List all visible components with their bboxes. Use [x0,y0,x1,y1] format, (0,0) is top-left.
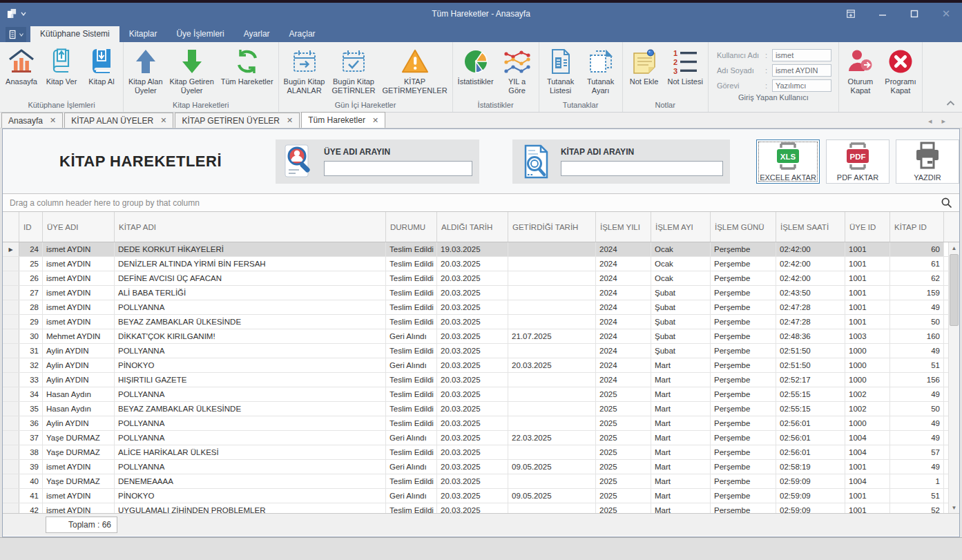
tab-scroll-arrows[interactable]: ◂▸ [928,117,955,126]
table-row[interactable]: 30Mehmet AYDINDİKKAT'ÇOK KIRILGANIM!Geri… [3,329,959,344]
list-menu-icon[interactable] [6,27,26,42]
ribbon-tab-araçlar[interactable]: Araçlar [280,26,325,42]
user-field-adı-soyadı: Adı Soyadı: [717,64,831,77]
user-field-input-adı-soyadı[interactable] [772,64,831,77]
column-header-üye-adi[interactable]: ÜYE ADI [43,212,115,242]
close-icon[interactable]: ✕ [930,3,962,24]
search-icon[interactable] [941,197,952,209]
table-row[interactable]: 32Aylin AYDINPİNOKYOGeri Alındı20.03.202… [3,358,959,373]
scroll-down-icon[interactable]: ▼ [949,502,959,513]
cell-i-şlem-saati: 02:48:36 [776,329,845,343]
popup-window-icon[interactable] [835,3,867,24]
close-tab-icon[interactable]: ✕ [50,116,56,125]
close-tab-icon[interactable]: ✕ [287,116,293,125]
doc-tab-anasayfa[interactable]: Anasayfa✕ [1,113,63,128]
cell-i-şlem-yili: 2025 [596,431,651,445]
table-row[interactable]: 29ismet AYDINBEYAZ ZAMBAKLAR ÜLKESİNDETe… [3,315,959,329]
doc-tab-ki-tap-alan-üyeler[interactable]: KİTAP ALAN ÜYELER✕ [64,113,173,128]
export-button-pdf-aktar[interactable]: PDFPDF AKTAR [826,139,889,184]
book-take-icon [88,48,115,75]
table-row[interactable]: ▶24ismet AYDINDEDE KORKUT HİKAYELERİTesl… [3,242,959,257]
ribbon-button-yil-a-göre[interactable]: YIL a Göre [497,44,537,97]
table-row[interactable]: 34Hasan AydınPOLLYANNATeslim Edildi20.03… [3,387,959,402]
scrollbar-thumb[interactable] [950,254,959,326]
ribbon-button-tutanak-listesi[interactable]: Tutanak Listesi [541,44,581,97]
column-header-i-şlem-günü[interactable]: İŞLEM GÜNÜ [711,212,776,242]
column-header-üye-id[interactable]: ÜYE ID [845,212,890,242]
cell-i-şlem-ayi: Mart [651,503,711,513]
ribbon-button-tüm-hareketler[interactable]: Tüm Hareketler [218,44,277,88]
table-row[interactable]: 35Hasan AydınBEYAZ ZAMBAKLAR ÜLKESİNDETe… [3,402,959,416]
minimize-icon[interactable] [867,3,898,24]
book-search-input[interactable] [561,161,723,176]
table-row[interactable]: 25ismet AYDINDENİZLER ALTINDA YİRMİ BİN … [3,257,959,271]
member-search-input[interactable] [324,161,472,176]
close-tab-icon[interactable]: ✕ [372,116,378,125]
cell-i-şlem-saati: 02:51:50 [776,358,845,372]
vertical-scrollbar[interactable]: ▲ ▼ [948,242,959,513]
ribbon-button-bugün-kitap-alanlar[interactable]: Bugün Kitap ALANLAR [280,44,329,97]
app-window-icon[interactable] [7,8,26,19]
chevron-up-icon[interactable] [946,100,955,106]
ribbon-tab-kitaplar[interactable]: Kitaplar [119,26,167,42]
column-header-durumu[interactable]: DURUMU [386,212,437,242]
ribbon-tab-ayarlar[interactable]: Ayarlar [234,26,280,42]
cell-i-şlem-yili: 2025 [596,402,651,416]
ribbon-button-ki-tap-geti-rmeyenler[interactable]: KİTAP GETİRMEYENLER [378,44,450,97]
ribbon-tab-üye-i-şlemleri[interactable]: Üye İşlemleri [166,26,233,42]
user-field-input-kullanıcı-adı[interactable] [772,49,831,61]
pdf-icon: PDF [843,142,873,171]
column-header-i-şlem-yili[interactable]: İŞLEM YILI [596,212,651,242]
ribbon-button-kitap-getiren-üyeler[interactable]: Kitap Getiren Üyeler [166,44,218,97]
ribbon-button-i-statistikler[interactable]: İstatistikler [454,44,497,88]
table-row[interactable]: 33Aylin AYDINHIŞIRTILI GAZETETeslim Edil… [3,373,959,387]
column-header-ki-tap-id[interactable]: KİTAP ID [890,212,944,242]
maximize-icon[interactable] [898,3,930,24]
cell-durumu: Teslim Edildi [386,503,437,513]
member-search-label: ÜYE ADI ARAYIN [324,147,472,157]
ribbon-button-bugün-kitap-geti-rnler[interactable]: Bugün Kitap GETİRNLER [328,44,378,97]
table-row[interactable]: 39ismet AYDINPOLLYANNAGeri Alındı20.03.2… [3,460,959,474]
doc-tab-ki-tap-geti-ren-üyeler[interactable]: KİTAP GETİREN ÜYELER✕ [175,113,300,128]
ribbon-button-kitap-al[interactable]: Kitap Al [81,44,122,88]
column-header-aldiği-tari-h[interactable]: ALDIĞI TARİH [437,212,508,242]
column-header-i-şlem-ayi[interactable]: İŞLEM AYI [651,212,711,242]
ribbon-button-kitap-alan-üyeler[interactable]: Kitap Alan Üyeler [125,44,166,97]
group-by-drop-zone[interactable]: Drag a column header here to group by th… [3,193,959,212]
ribbon-button-oturum-kapat[interactable]: Oturum Kapat [840,44,881,97]
export-button-excele-aktar[interactable]: XLSEXCELE AKTAR [756,139,820,184]
arrow-down-icon [178,48,206,75]
column-header-i-şlem-saati[interactable]: İŞLEM SAATİ [776,212,845,242]
table-row[interactable]: 26ismet AYDINDEFİNE AVCISI ÜÇ AFACANTesl… [3,271,959,286]
ribbon-button-kitap-ver[interactable]: Kitap Ver [41,44,81,88]
cell-i-şlem-günü: Perşembe [711,315,776,329]
cell-ki-tap-id: 49 [890,300,944,314]
table-row[interactable]: 42ismet AYDINUYGULAMALI ZİHİNDEN PROBLEM… [3,503,959,513]
export-button-yazdir[interactable]: YAZDIR [896,139,959,184]
column-header-geti-rdi-ği-tari-h[interactable]: GETİRDİĞİ TARİH [508,212,596,242]
user-field-input-görevi[interactable] [772,79,831,92]
ribbon-button-programı-kapat[interactable]: Programı Kapat [881,44,921,97]
column-header-id[interactable]: ID [19,212,43,242]
table-row[interactable]: 31Aylin AYDINPOLLYANNATeslim Edildi20.03… [3,344,959,358]
close-tab-icon[interactable]: ✕ [160,116,166,125]
ribbon-button-tutanak-ayarı[interactable]: Tutanak Ayarı [581,44,621,97]
table-row[interactable]: 27ismet AYDINALİ BABA TERLİĞİTeslim Edil… [3,286,959,300]
table-row[interactable]: 37Yaşe DURMAZPOLLYANNAGeri Alındı20.03.2… [3,431,959,445]
column-header-ki-tap-adi[interactable]: KİTAP ADI [115,212,386,242]
ribbon-button-anasayfa[interactable]: Anasayfa [1,44,41,88]
cell-i-şlem-ayi: Mart [651,431,711,445]
cell-i-şlem-günü: Perşembe [711,344,776,358]
table-row[interactable]: 36Aylin AYDINPOLLYANNATeslim Edildi20.03… [3,416,959,431]
table-row[interactable]: 41ismet AYDINPİNOKYOGeri Alındı20.03.202… [3,489,959,503]
ribbon-button-not-ekle[interactable]: Not Ekle [624,44,664,88]
table-row[interactable]: 28ismet AYDINPOLLYANNATeslim Edildi20.03… [3,300,959,315]
table-row[interactable]: 38Yaşe DURMAZALİCE HARİKALAR ÜLKESİTesli… [3,445,959,460]
ribbon-tab-kütüphane-sistemi[interactable]: Kütüphane Sistemi [30,26,119,42]
scroll-up-icon[interactable]: ▲ [949,242,959,253]
table-row[interactable]: 40Yaşe DURMAZDENEMEAAAATeslim Edildi20.0… [3,474,959,489]
ribbon-button-not-listesi[interactable]: 123Not Listesi [664,44,706,88]
svg-text:1: 1 [673,49,677,57]
doc-tab-tüm-hareketler[interactable]: Tüm Hareketler✕ [301,112,385,128]
ribbon-button-label: Oturum Kapat [848,77,874,95]
